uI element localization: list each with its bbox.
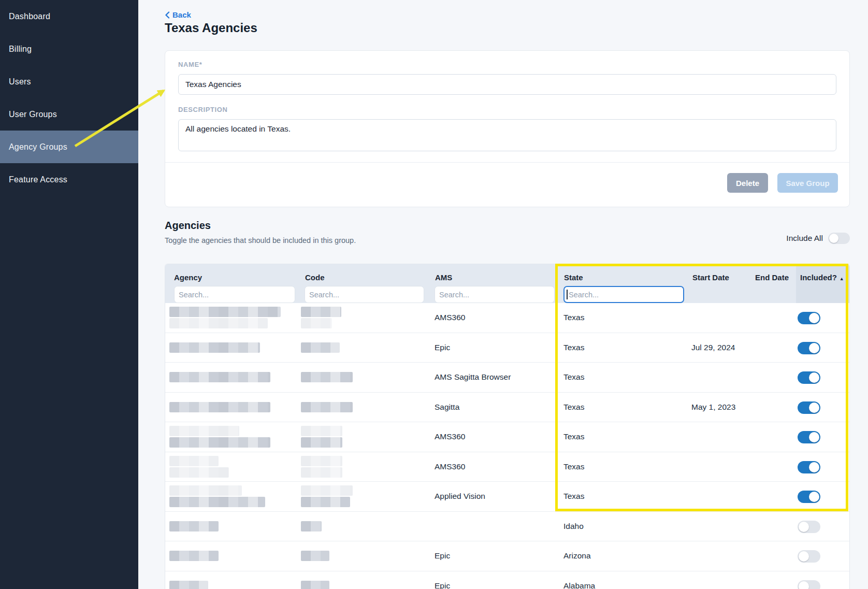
- delete-button[interactable]: Delete: [727, 173, 768, 193]
- sidebar-item-agency-groups[interactable]: Agency Groups: [0, 131, 138, 163]
- included-toggle[interactable]: [798, 342, 820, 354]
- state-cell: Idaho: [563, 512, 584, 541]
- included-toggle[interactable]: [798, 401, 820, 414]
- redaction-blur: [169, 497, 265, 507]
- group-form-card: NAME* DESCRIPTION All agencies located i…: [165, 50, 850, 207]
- state-cell: Arizona: [563, 541, 591, 571]
- redaction-blur: [301, 402, 353, 412]
- redaction-blur: [301, 551, 329, 561]
- sidebar: DashboardBillingUsersUser GroupsAgency G…: [0, 0, 138, 589]
- agencies-heading: Agencies: [165, 220, 211, 232]
- ams-cell: AMS Sagitta Browser: [435, 363, 511, 392]
- included-toggle[interactable]: [798, 431, 820, 443]
- table-row: EpicArizona: [165, 541, 849, 571]
- agency-cell-redacted: [169, 512, 219, 541]
- agency-cell-redacted: [169, 482, 265, 511]
- sidebar-item-feature-access[interactable]: Feature Access: [0, 163, 138, 196]
- table-row: Idaho: [165, 512, 849, 542]
- sidebar-item-user-groups[interactable]: User Groups: [0, 98, 138, 131]
- redaction-blur: [301, 456, 342, 466]
- redaction-blur: [169, 307, 281, 317]
- included-toggle[interactable]: [798, 312, 820, 324]
- start-date-cell: Jul 29, 2024: [691, 333, 735, 363]
- state-cell: Texas: [563, 363, 585, 392]
- table-body: AMS360TexasEpicTexasJul 29, 2024AMS Sagi…: [165, 303, 849, 589]
- included-toggle[interactable]: [798, 461, 820, 473]
- agency-search-input[interactable]: [174, 286, 295, 303]
- column-header-ams[interactable]: AMS: [435, 273, 452, 282]
- toggle-knob: [809, 343, 819, 353]
- redaction-blur: [301, 437, 342, 448]
- toggle-knob: [809, 403, 819, 413]
- table-row: EpicAlabama: [165, 571, 849, 589]
- ams-cell: AMS360: [435, 422, 465, 452]
- column-header-state[interactable]: State: [564, 273, 583, 282]
- name-label: NAME*: [178, 61, 202, 68]
- toggle-knob: [809, 432, 819, 442]
- redaction-blur: [301, 372, 353, 382]
- redaction-blur: [169, 467, 229, 478]
- description-label: DESCRIPTION: [178, 106, 227, 113]
- include-all-row: Include All: [776, 233, 850, 244]
- redaction-blur: [301, 467, 342, 478]
- state-cell: Texas: [563, 422, 585, 452]
- column-header-included[interactable]: Included?▲: [800, 273, 844, 282]
- redaction-blur: [301, 307, 341, 317]
- include-all-toggle[interactable]: [828, 233, 850, 244]
- sidebar-item-dashboard[interactable]: Dashboard: [0, 0, 138, 33]
- state-search-input[interactable]: [563, 286, 684, 303]
- sidebar-item-users[interactable]: Users: [0, 65, 138, 98]
- save-group-button[interactable]: Save Group: [777, 173, 838, 193]
- redaction-blur: [169, 402, 270, 412]
- agency-cell-redacted: [169, 541, 219, 571]
- redaction-blur: [301, 521, 322, 531]
- redaction-blur: [301, 318, 332, 328]
- agencies-table: Agency Code AMS State Start Date End Dat…: [165, 264, 850, 589]
- included-toggle[interactable]: [798, 491, 820, 503]
- start-date-cell: May 1, 2023: [691, 393, 735, 422]
- agency-cell-redacted: [169, 452, 229, 482]
- agency-cell-redacted: [169, 571, 208, 589]
- ams-search-input[interactable]: [435, 286, 555, 303]
- column-header-code[interactable]: Code: [305, 273, 325, 282]
- redaction-blur: [301, 581, 329, 589]
- chevron-left-icon: [165, 11, 170, 19]
- sidebar-item-billing[interactable]: Billing: [0, 33, 138, 65]
- ams-cell: Applied Vision: [435, 482, 485, 511]
- code-cell-redacted: [301, 541, 329, 571]
- name-input[interactable]: [178, 74, 836, 95]
- agency-cell-redacted: [169, 333, 260, 363]
- code-cell-redacted: [301, 363, 353, 392]
- included-toggle[interactable]: [798, 550, 820, 563]
- included-toggle[interactable]: [798, 521, 820, 533]
- column-header-end-date[interactable]: End Date: [755, 273, 789, 282]
- ams-cell: Epic: [435, 571, 450, 589]
- toggle-knob: [809, 492, 819, 502]
- redaction-blur: [169, 372, 270, 382]
- description-textarea[interactable]: All agencies located in Texas.: [178, 119, 836, 151]
- toggle-knob: [829, 234, 838, 243]
- included-toggle[interactable]: [798, 371, 820, 384]
- state-cell: Texas: [563, 303, 585, 333]
- redaction-blur: [301, 485, 353, 496]
- sort-ascending-icon: ▲: [840, 276, 844, 281]
- code-cell-redacted: [301, 393, 353, 422]
- column-header-agency[interactable]: Agency: [174, 273, 202, 282]
- ams-cell: AMS360: [435, 303, 465, 333]
- back-link[interactable]: Back: [165, 10, 191, 19]
- table-header: Agency Code AMS State Start Date End Dat…: [165, 264, 849, 303]
- table-row: AMS360Texas: [165, 422, 849, 452]
- table-row: EpicTexasJul 29, 2024: [165, 333, 849, 363]
- code-search-input[interactable]: [305, 286, 424, 303]
- column-header-start-date[interactable]: Start Date: [692, 273, 729, 282]
- code-cell-redacted: [301, 452, 342, 482]
- redaction-blur: [169, 485, 242, 496]
- redaction-blur: [169, 581, 208, 589]
- state-cell: Texas: [563, 482, 585, 511]
- table-row: AMS Sagitta BrowserTexas: [165, 363, 849, 393]
- redaction-blur: [301, 426, 342, 436]
- toggle-knob: [809, 462, 819, 472]
- table-row: SagittaTexasMay 1, 2023: [165, 393, 849, 423]
- state-cell: Texas: [563, 452, 585, 482]
- included-toggle[interactable]: [798, 580, 820, 589]
